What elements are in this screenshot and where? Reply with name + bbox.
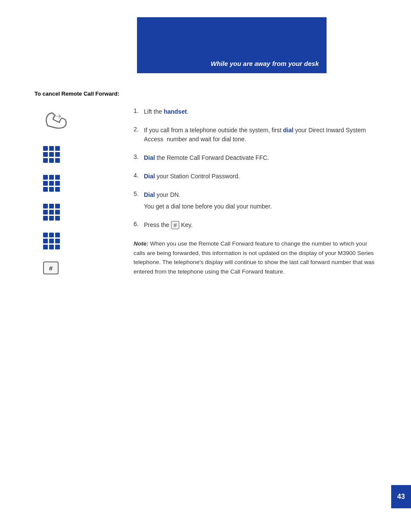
step-5-highlight: Dial — [144, 191, 155, 198]
keypad-cell — [43, 181, 48, 186]
keypad-cell — [49, 216, 54, 221]
keypad-cell — [43, 158, 48, 163]
step-2-content: If you call from a telephone outside the… — [144, 126, 377, 144]
keypad-cell — [55, 187, 60, 192]
note-text: When you use the Remote Call Forward fea… — [134, 240, 374, 275]
keypad-cell — [43, 187, 48, 192]
note-label: Note: — [134, 240, 149, 247]
keypad-cell — [49, 152, 54, 157]
keypad-cell — [55, 210, 60, 215]
keypad-grid — [43, 233, 60, 249]
keypad-grid — [43, 146, 60, 163]
step-5-number: 5. — [134, 190, 144, 199]
page-number: 43 — [397, 493, 405, 501]
keypad-icon-5 — [34, 233, 60, 249]
handset-icon — [34, 109, 76, 133]
two-column-layout: # 1. Lift the handset. 2. If you call fr… — [34, 107, 377, 286]
step-5-content: Dial your DN. — [144, 190, 181, 199]
keypad-cell — [55, 152, 60, 157]
keypad-cell — [55, 181, 60, 186]
keypad-grid — [43, 175, 60, 192]
keypad-cell — [55, 158, 60, 163]
keypad-cell — [55, 245, 60, 249]
keypad-cell — [43, 239, 48, 243]
hash-key-icon: # — [34, 261, 59, 274]
step-3-number: 3. — [134, 153, 144, 160]
step-3-highlight: Dial — [144, 154, 155, 161]
step-5-subtext: You get a dial tone before you dial your… — [144, 203, 272, 210]
keypad-cell — [49, 158, 54, 163]
step-1-highlight: handset — [164, 108, 187, 115]
step-4-content: Dial your Station Control Password. — [144, 172, 240, 181]
right-steps-col: 1. Lift the handset. 2. If you call from… — [121, 107, 377, 286]
keypad-cell — [43, 175, 48, 180]
keypad-cell — [43, 204, 48, 208]
keypad-cell — [49, 239, 54, 243]
keypad-cell — [49, 204, 54, 208]
note-block: Note: When you use the Remote Call Forwa… — [134, 239, 377, 276]
keypad-cell — [55, 239, 60, 243]
hash-inline: # — [171, 221, 179, 229]
keypad-cell — [55, 175, 60, 180]
keypad-cell — [43, 146, 48, 151]
step-4-number: 4. — [134, 172, 144, 179]
page-number-badge: 43 — [391, 485, 411, 508]
step-3-content: Dial the Remote Call Forward Deactivate … — [144, 153, 269, 162]
main-content: To cancel Remote Call Forward: — [34, 90, 377, 286]
header-title: While you are away from your desk — [211, 60, 319, 67]
keypad-cell — [43, 216, 48, 221]
keypad-cell — [43, 210, 48, 215]
keypad-cell — [49, 233, 54, 237]
keypad-cell — [43, 233, 48, 237]
step-6-number: 6. — [134, 221, 144, 227]
keypad-cell — [49, 175, 54, 180]
step-4-highlight: Dial — [144, 173, 155, 180]
keypad-cell — [49, 181, 54, 186]
step-3: 3. Dial the Remote Call Forward Deactiva… — [134, 153, 377, 162]
keypad-cell — [49, 187, 54, 192]
header-banner: While you are away from your desk — [137, 17, 327, 73]
step-6-content: Press the # Key. — [144, 221, 193, 230]
keypad-cell — [43, 152, 48, 157]
keypad-cell — [55, 204, 60, 208]
keypad-icon-3 — [34, 175, 60, 192]
step-2-highlight: dial — [283, 127, 293, 134]
step-1: 1. Lift the handset. — [134, 107, 377, 116]
keypad-cell — [55, 216, 60, 221]
step-1-number: 1. — [134, 107, 144, 114]
keypad-cell — [49, 146, 54, 151]
section-heading: To cancel Remote Call Forward: — [34, 90, 377, 97]
step-2-number: 2. — [134, 126, 144, 133]
keypad-cell — [43, 245, 48, 249]
step-5: 5. Dial your DN. You get a dial tone bef… — [134, 190, 377, 211]
step-2: 2. If you call from a telephone outside … — [134, 126, 377, 144]
step-4: 4. Dial your Station Control Password. — [134, 172, 377, 181]
keypad-cell — [55, 146, 60, 151]
keypad-cell — [55, 233, 60, 237]
keypad-icon-4 — [34, 204, 60, 221]
keypad-cell — [49, 245, 54, 249]
left-icons-col: # — [34, 107, 121, 286]
hash-key-symbol: # — [43, 261, 59, 274]
step-6: 6. Press the # Key. — [134, 221, 377, 230]
keypad-grid — [43, 204, 60, 221]
keypad-icon-2 — [34, 146, 60, 163]
step-1-content: Lift the handset. — [144, 107, 189, 116]
keypad-cell — [49, 210, 54, 215]
